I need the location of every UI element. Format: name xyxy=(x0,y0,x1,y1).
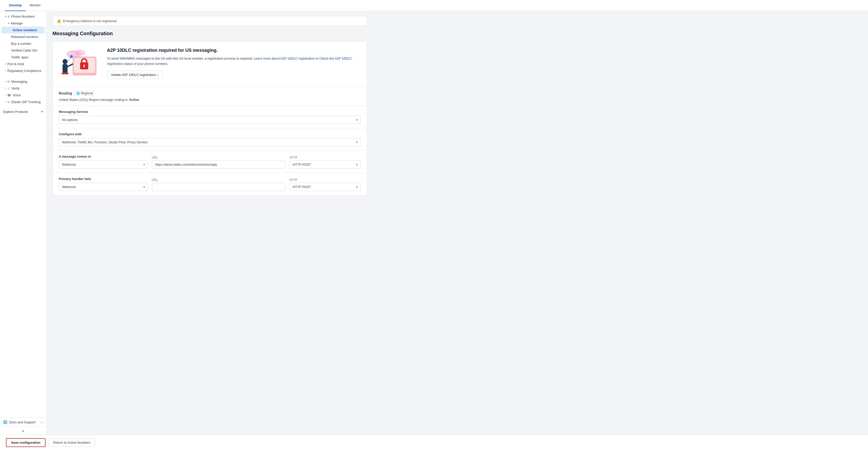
primary-http-wrapper: HTTP POST xyxy=(289,183,361,191)
verify-label: Verify xyxy=(11,86,20,90)
warning-icon: ⚠️ xyxy=(57,19,61,23)
primary-handler-grid: Primary handler fails Webhook URL xyxy=(59,177,361,191)
primary-webhook-wrapper: Webhook xyxy=(59,183,148,191)
primary-url-input[interactable] xyxy=(152,183,285,191)
sidebar: ▾ # Phone Numbers ▾ Manage Active number… xyxy=(0,11,46,435)
messaging-config-card: A2P 10DLC registration required for US m… xyxy=(53,41,367,195)
primary-url-col: URL xyxy=(152,178,285,191)
configure-with-label: Configure with xyxy=(59,132,361,136)
a2p-content: A2P 10DLC registration required for US m… xyxy=(107,48,361,79)
sidebar-item-regulatory[interactable]: › Regulatory Compliance xyxy=(0,67,46,74)
footer-bar: Save configuration Return to Active Numb… xyxy=(0,435,868,450)
sidebar-item-voice[interactable]: › ☎ Voice xyxy=(0,92,46,99)
routing-label: Routing xyxy=(59,91,72,95)
phone-numbers-label: Phone Numbers xyxy=(11,15,35,18)
primary-http-select[interactable]: HTTP POST xyxy=(289,183,361,191)
docs-support-label: Docs and Support xyxy=(9,420,35,424)
initiate-a2p-button[interactable]: Initiate A2P 10DLC registration › xyxy=(107,71,163,79)
configure-with-select[interactable]: Webhook, TwiML Bin, Function, Studio Flo… xyxy=(59,138,361,146)
alert-text: Emergency Address is not registered. xyxy=(63,19,117,23)
primary-http-label: HTTP xyxy=(289,178,361,182)
primary-webhook-select[interactable]: Webhook xyxy=(59,183,148,191)
a2p-link1[interactable]: Learn more about A2P 10DLC registration xyxy=(254,57,315,60)
page-title: Messaging Configuration xyxy=(53,31,367,36)
a2p-illustration xyxy=(59,48,99,80)
a2p-desc: To send SMS/MMS messages to the US with … xyxy=(107,56,361,66)
a2p-title: A2P 10DLC registration required for US m… xyxy=(107,48,361,53)
voice-icon: ☎ xyxy=(7,93,11,97)
sidebar-item-verified-callers[interactable]: Verified Caller IDs xyxy=(0,47,46,54)
buy-number-label: Buy a number xyxy=(11,42,31,46)
more-icon[interactable]: ⋯ xyxy=(40,420,43,424)
sidebar-item-messaging[interactable]: › ✉ Messaging xyxy=(0,78,46,85)
manage-label: Manage xyxy=(11,21,23,25)
explore-products[interactable]: Explore Products + xyxy=(0,107,46,116)
primary-handler-section: Primary handler fails Webhook URL xyxy=(53,173,367,195)
chevron-right-icon-port: › xyxy=(5,63,6,65)
regulatory-label: Regulatory Compliance xyxy=(7,69,41,73)
sidebar-item-released-numbers[interactable]: Released numbers xyxy=(0,33,46,40)
voice-label: Voice xyxy=(12,93,21,97)
message-http-select[interactable]: HTTP POST xyxy=(289,160,361,169)
messaging-icon: ✉ xyxy=(7,80,10,83)
sidebar-item-active-numbers[interactable]: Active numbers xyxy=(1,27,45,33)
add-icon: + xyxy=(41,109,43,114)
messaging-service-label: Messaging Service xyxy=(59,110,361,114)
chevron-right-icon-msg: › xyxy=(5,80,6,83)
sidebar-item-sip-trunking[interactable]: › ↻ Elastic SIP Trunking xyxy=(0,99,46,105)
message-url-col: URL xyxy=(152,156,285,169)
released-numbers-label: Released numbers xyxy=(11,35,38,39)
sidebar-collapse-button[interactable]: « xyxy=(0,427,46,435)
message-url-input[interactable] xyxy=(152,160,285,169)
sidebar-item-buy-number[interactable]: Buy a number xyxy=(0,40,46,47)
tab-monitor[interactable]: Monitor xyxy=(26,0,45,11)
port-host-label: Port & Host xyxy=(7,62,24,66)
primary-handler-label: Primary handler fails xyxy=(59,177,148,181)
alert-banner: ⚠️ Emergency Address is not registered. xyxy=(53,16,367,26)
svg-line-10 xyxy=(68,64,72,66)
message-http-wrapper: HTTP POST xyxy=(289,160,361,169)
sip-icon: ↻ xyxy=(7,100,10,104)
sidebar-item-twiml-apps[interactable]: TwiML apps xyxy=(0,54,46,61)
sidebar-item-phone-numbers[interactable]: ▾ # Phone Numbers xyxy=(0,13,46,20)
top-nav: Develop Monitor xyxy=(0,0,868,11)
explore-products-label: Explore Products xyxy=(3,110,28,114)
a2p-section: A2P 10DLC registration required for US m… xyxy=(53,42,367,86)
sidebar-item-manage[interactable]: ▾ Manage xyxy=(0,20,46,27)
active-numbers-label: Active numbers xyxy=(12,28,37,32)
sidebar-item-verify[interactable]: › ✓ Verify xyxy=(0,85,46,92)
message-comes-in-section: A message comes in Webhook URL xyxy=(53,150,367,173)
svg-rect-9 xyxy=(63,64,68,73)
chevron-down-icon-manage: ▾ xyxy=(8,22,9,25)
message-http-col: HTTP HTTP POST xyxy=(289,156,361,169)
globe-icon: 🌐 xyxy=(76,92,80,95)
message-http-label: HTTP xyxy=(289,156,361,159)
chevron-right-icon-voice: › xyxy=(5,94,6,96)
chevron-right-icon-sip: › xyxy=(5,101,6,103)
docs-and-support[interactable]: 🌐 Docs and Support ⋯ xyxy=(0,417,46,427)
primary-handler-col: Primary handler fails Webhook xyxy=(59,177,148,191)
chevron-right-icon-reg: › xyxy=(5,69,6,72)
hash-icon: # xyxy=(8,15,9,18)
collapse-icon: « xyxy=(22,429,24,433)
routing-header: Routing 🌐 Regional xyxy=(59,91,361,96)
save-configuration-button[interactable]: Save configuration xyxy=(6,438,45,447)
messaging-label: Messaging xyxy=(11,80,27,83)
twiml-apps-label: TwiML apps xyxy=(11,55,28,59)
regional-badge: 🌐 Regional xyxy=(74,91,95,96)
svg-point-12 xyxy=(65,73,68,75)
chevron-down-icon: ▾ xyxy=(5,15,6,18)
return-to-active-numbers-button[interactable]: Return to Active Numbers xyxy=(49,439,95,447)
main-content: ⚠️ Emergency Address is not registered. … xyxy=(46,11,868,435)
message-comes-in-grid: A message comes in Webhook URL xyxy=(59,154,361,169)
messaging-service-section: Messaging Service No options xyxy=(53,106,367,128)
sip-label: Elastic SIP Trunking xyxy=(11,100,40,104)
tab-develop[interactable]: Develop xyxy=(5,0,26,11)
message-webhook-select[interactable]: Webhook xyxy=(59,160,148,169)
docs-icon: 🌐 xyxy=(3,420,7,424)
sidebar-item-port-host[interactable]: › Port & Host xyxy=(0,61,46,67)
messaging-service-select[interactable]: No options xyxy=(59,116,361,124)
messaging-service-wrapper: No options xyxy=(59,116,361,124)
chevron-right-icon-verify: › xyxy=(5,87,6,90)
svg-point-8 xyxy=(63,59,68,64)
